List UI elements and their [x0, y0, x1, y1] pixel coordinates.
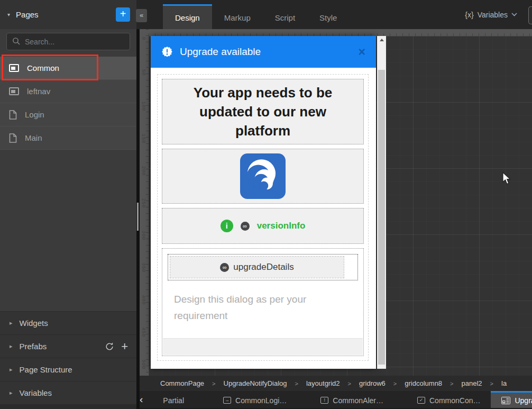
variables-dropdown[interactable]: {x} Variables [465, 11, 517, 19]
info-icon: i [221, 220, 233, 232]
refresh-icon[interactable] [105, 342, 114, 351]
ruler-number: 300 [141, 231, 146, 240]
ruler-number: 350 [141, 263, 146, 272]
ruler-number: 200 [141, 166, 146, 176]
page-item-leftnav[interactable]: leftnav [0, 80, 136, 103]
red-selection-highlight [2, 54, 98, 80]
breadcrumb-item[interactable]: gridcolumn8 [405, 379, 442, 387]
tab-label: Partial [163, 396, 184, 405]
up-arrow-icon [380, 39, 384, 41]
page-item-login[interactable]: Login [0, 103, 136, 126]
breadcrumb-separator-icon: > [348, 380, 351, 387]
tab-label: CommonCon… [429, 396, 480, 405]
ruler-number: 450 [141, 328, 146, 337]
heading-widget[interactable]: Your app needs to be updated to our new … [162, 79, 364, 144]
tab-label: CommonLogi… [235, 396, 287, 405]
dialog-header[interactable]: Upgrade available × [151, 36, 376, 68]
vertical-ruler: 0 50 100 150 200 250 300 350 400 450 500 [140, 29, 149, 376]
version-info-label: versionInfo [257, 221, 306, 231]
expand-caret-icon: ▸ [10, 389, 13, 396]
breadcrumb-item[interactable]: la [501, 379, 507, 387]
editor-topbar: Design Markup Script Style {x} Variables [136, 0, 532, 29]
tab-common-alert-dialog[interactable]: ! CommonAler… [310, 391, 394, 408]
page-file-icon [9, 133, 17, 143]
section-label: Variables [20, 388, 52, 397]
bind-icon: ∞ [241, 222, 250, 231]
section-widgets[interactable]: ▸ Widgets [0, 311, 136, 334]
close-icon[interactable]: × [359, 47, 365, 57]
tabbar-scroll-left-button[interactable]: ‹ [140, 391, 143, 408]
add-page-button[interactable]: + [116, 7, 130, 22]
expand-caret-icon: ▸ [10, 343, 13, 350]
tab-label: CommonAler… [333, 396, 383, 405]
section-page-structure[interactable]: ▸ Page Structure [0, 358, 136, 381]
breadcrumb-item[interactable]: CommonPage [160, 379, 204, 387]
alert-dialog-icon: ! [320, 397, 328, 404]
dialog-heading-text: Your app needs to be updated to our new … [172, 83, 354, 140]
sidebar-scrollbar-thumb[interactable] [137, 203, 139, 231]
tab-label: UpgradeNotif… [515, 396, 532, 405]
panel-widget[interactable]: ∞ upgradeDetails Design this dialog as p… [162, 248, 364, 356]
tab-markup[interactable]: Markup [212, 4, 263, 29]
page-item-main[interactable]: Main [0, 126, 136, 150]
ruler-number: 100 [141, 102, 146, 111]
tab-upgrade-notify-dialog[interactable]: UpgradeNotif… [491, 391, 532, 408]
page-item-label: Main [25, 133, 42, 142]
studio-window: ▾ Pages + Common leftnav Login [0, 0, 532, 409]
tab-partial[interactable]: Partial [147, 391, 200, 408]
bind-icon: ∞ [220, 263, 229, 272]
scrollbar-up-button[interactable] [377, 36, 386, 43]
add-prefab-icon[interactable]: + [121, 341, 128, 352]
ruler-number: 150 [141, 134, 146, 143]
section-prefabs[interactable]: ▸ Prefabs + [0, 334, 136, 358]
wavemaker-logo [240, 153, 286, 199]
confirm-dialog-icon: ✓ [417, 397, 425, 404]
pages-panel-header[interactable]: ▾ Pages + [0, 0, 136, 29]
breadcrumb-item[interactable]: UpgradeNotifyDialog [224, 379, 287, 387]
collapse-sidebar-button[interactable]: « [136, 9, 147, 22]
breadcrumb-item[interactable]: panel2 [462, 379, 482, 387]
section-label: Prefabs [20, 342, 47, 351]
sidebar-accordion: ▸ Widgets ▸ Prefabs + ▸ Page Structure ▸… [0, 311, 136, 404]
tab-style[interactable]: Style [307, 4, 349, 29]
notify-dialog-icon [501, 397, 510, 404]
pages-panel-title: Pages [16, 10, 116, 19]
tab-script[interactable]: Script [263, 4, 307, 29]
section-variables[interactable]: ▸ Variables [0, 381, 136, 404]
design-canvas: 0 50 100 150 200 250 300 350 400 450 500… [140, 29, 532, 376]
pages-sidebar: ▾ Pages + Common leftnav Login [0, 0, 136, 409]
tab-common-login-dialog[interactable]: → CommonLogi… [213, 391, 297, 408]
layout-grid-outline[interactable]: Your app needs to be updated to our new … [157, 74, 369, 361]
toolbar-button-sliver[interactable] [528, 6, 532, 24]
widget-breadcrumb: CommonPage> UpgradeNotifyDialog> layoutg… [140, 376, 532, 391]
tab-common-confirm-dialog[interactable]: ✓ CommonCon… [407, 391, 491, 408]
search-icon [12, 37, 21, 48]
breadcrumb-item[interactable]: gridrow6 [359, 379, 386, 387]
editor-mode-tabs: Design Markup Script Style [163, 4, 349, 29]
page-file-icon [9, 110, 17, 120]
panel-placeholder-text: Design this dialog as per your requireme… [162, 280, 363, 334]
upgrade-notify-dialog[interactable]: Upgrade available × Your app needs to be… [151, 36, 376, 369]
ruler-number: 0 [141, 37, 146, 40]
variables-x-icon: {x} [465, 11, 473, 19]
scrollbar-thumb[interactable] [378, 70, 385, 365]
breadcrumb-separator-icon: > [212, 380, 215, 387]
canvas-scrollbar[interactable] [377, 36, 386, 369]
breadcrumb-separator-icon: > [295, 380, 298, 387]
horizontal-ruler [149, 29, 532, 36]
tab-design[interactable]: Design [163, 4, 212, 29]
page-item-label: Login [25, 110, 44, 119]
upgrade-details-button[interactable]: ∞ upgradeDetails [170, 256, 344, 278]
breadcrumb-separator-icon: > [450, 380, 453, 387]
expand-caret-icon: ▸ [10, 366, 13, 373]
partial-page-icon [9, 87, 19, 95]
ruler-number: 500 [141, 360, 146, 369]
page-item-label: leftnav [27, 87, 50, 96]
picture-widget[interactable] [162, 149, 364, 204]
breadcrumb-separator-icon: > [490, 380, 493, 387]
variables-dropdown-label: Variables [478, 11, 508, 19]
breadcrumb-item[interactable]: layoutgrid2 [306, 379, 340, 387]
search-input[interactable] [6, 33, 130, 50]
dialog-body: Your app needs to be updated to our new … [151, 68, 376, 369]
version-info-widget[interactable]: i ∞ versionInfo [162, 208, 364, 244]
